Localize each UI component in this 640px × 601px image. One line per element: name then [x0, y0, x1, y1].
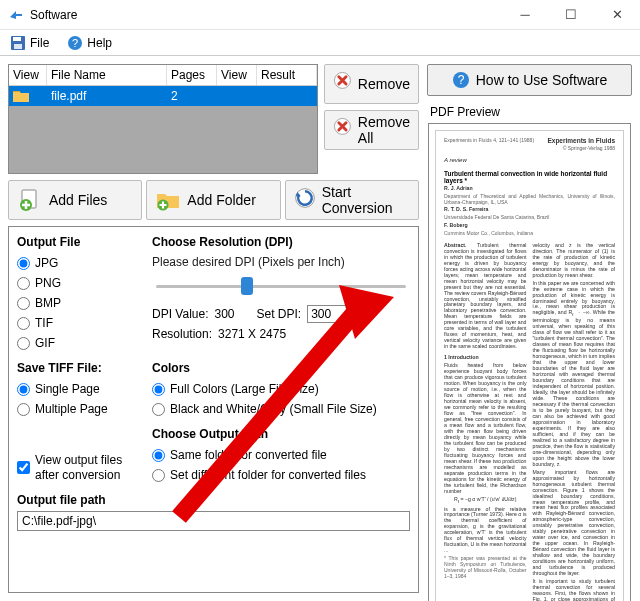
set-dpi-label: Set DPI: [256, 307, 301, 321]
close-button[interactable]: ✕ [594, 0, 640, 30]
svg-text:?: ? [457, 73, 464, 87]
remove-button[interactable]: Remove [324, 64, 419, 104]
radio-single-page[interactable]: Single Page [17, 381, 142, 397]
radio-bw[interactable]: Black and White/Grey (Small File Size) [152, 401, 410, 417]
menu-help[interactable]: ? Help [63, 33, 116, 53]
add-folder-button[interactable]: Add Folder [146, 180, 280, 220]
app-icon [8, 7, 24, 23]
col-pages[interactable]: Pages [167, 65, 217, 85]
folder-icon [13, 89, 29, 103]
save-icon [10, 35, 26, 51]
preview-label: PDF Preview [428, 103, 631, 123]
radio-jpg[interactable]: JPG [17, 255, 142, 271]
col-view2[interactable]: View [217, 65, 257, 85]
out-path-label: Output file path [17, 493, 410, 507]
remove-all-button[interactable]: Remove All [324, 110, 419, 150]
set-dpi-input[interactable] [307, 305, 351, 323]
row-filename: file.pdf [47, 86, 167, 106]
menu-file[interactable]: File [6, 33, 53, 53]
row-pages: 2 [167, 86, 217, 106]
menu-help-label: Help [87, 36, 112, 50]
radio-bmp[interactable]: BMP [17, 295, 142, 311]
window-title: Software [30, 8, 502, 22]
svg-rect-2 [14, 44, 22, 49]
slider-thumb[interactable] [241, 277, 253, 295]
start-conversion-button[interactable]: Start Conversion [285, 180, 419, 220]
col-result[interactable]: Result [257, 65, 317, 85]
add-files-button[interactable]: Add Files [8, 180, 142, 220]
add-files-icon [17, 187, 43, 213]
radio-diff-folder[interactable]: Set different folder for converted files [152, 467, 410, 483]
menu-file-label: File [30, 36, 49, 50]
dpi-slider[interactable] [156, 275, 406, 297]
radio-gif[interactable]: GIF [17, 335, 142, 351]
help-icon: ? [452, 71, 470, 89]
col-filename[interactable]: File Name [47, 65, 167, 85]
resolution-value: 3271 X 2475 [218, 327, 286, 341]
dpi-value-label: DPI Value: [152, 307, 208, 321]
resolution-hint: Please desired DPI (Pixels per Inch) [152, 255, 410, 269]
output-path-title: Choose Output Path [152, 427, 410, 441]
add-folder-icon [155, 187, 181, 213]
radio-same-folder[interactable]: Same folder for converted file [152, 447, 410, 463]
resolution-label: Resolution: [152, 327, 212, 341]
pdf-preview: Experiments in Fluids 4, 121–141 (1988) … [428, 123, 631, 601]
journal-title: Experiments in Fluids [547, 137, 615, 144]
remove-icon [333, 71, 352, 97]
tiff-title: Save TIFF File: [17, 361, 142, 375]
howto-button[interactable]: ? How to Use Software [427, 64, 632, 96]
file-list[interactable]: View File Name Pages View Result file.pd… [8, 64, 318, 174]
resolution-title: Choose Resolution (DPI) [152, 235, 410, 249]
help-icon: ? [67, 35, 83, 51]
output-file-title: Output File [17, 235, 142, 249]
radio-full-color[interactable]: Full Colors (Large File Size) [152, 381, 410, 397]
svg-text:?: ? [72, 37, 78, 49]
check-view-after[interactable]: View output files after conversion [17, 452, 142, 483]
dpi-value: 300 [214, 307, 250, 321]
paper-title: Turbulent thermal convection in wide hor… [444, 170, 615, 184]
table-row[interactable]: file.pdf 2 [9, 86, 317, 106]
minimize-button[interactable]: ─ [502, 0, 548, 30]
col-view[interactable]: View [9, 65, 47, 85]
out-path-input[interactable] [17, 511, 410, 531]
maximize-button[interactable]: ☐ [548, 0, 594, 30]
radio-png[interactable]: PNG [17, 275, 142, 291]
radio-tif[interactable]: TIF [17, 315, 142, 331]
svg-rect-1 [13, 37, 21, 41]
refresh-icon [294, 187, 316, 213]
colors-title: Colors [152, 361, 410, 375]
radio-multiple-page[interactable]: Multiple Page [17, 401, 142, 417]
remove-all-icon [333, 117, 352, 143]
